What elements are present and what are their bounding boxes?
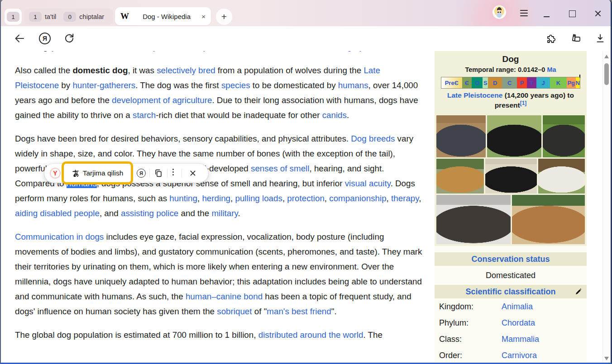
- scrollbar-thumb[interactable]: [604, 63, 609, 85]
- reload-icon[interactable]: [63, 33, 75, 44]
- timescale-period-PreЄ[interactable]: PreЄ: [441, 77, 462, 88]
- wiki-link[interactable]: hunting: [169, 194, 197, 203]
- wiki-link[interactable]: Communication in dogs: [15, 232, 104, 241]
- scroll-down-arrow[interactable]: [604, 357, 609, 360]
- paragraph: Communication in dogs includes eye gaze,…: [15, 229, 422, 319]
- copy-icon[interactable]: [153, 168, 163, 178]
- downloads-icon[interactable]: [594, 33, 606, 44]
- taxobox-title: Dog: [436, 53, 585, 65]
- extensions-puzzle-icon[interactable]: [545, 33, 557, 44]
- window-minimize-button[interactable]: [544, 16, 550, 17]
- wiki-link[interactable]: man's best friend: [267, 307, 331, 316]
- wiki-link[interactable]: aiding disabled people: [15, 208, 100, 218]
- timescale-period-D[interactable]: D: [488, 77, 502, 88]
- wiki-link[interactable]: senses of smell: [251, 164, 309, 173]
- tab-group-tatil[interactable]: 1 ta'til: [29, 12, 56, 22]
- taxon-link[interactable]: Carnivora: [502, 351, 537, 360]
- nursing-dog-photo[interactable]: [512, 195, 585, 244]
- wiki-link[interactable]: visual acuity: [345, 179, 391, 188]
- japanese-chin-photo[interactable]: [543, 115, 585, 157]
- password-manager-icon[interactable]: [570, 33, 582, 44]
- wiki-link[interactable]: distributed around the world: [258, 330, 363, 340]
- taxon-link[interactable]: Animalia: [502, 302, 533, 312]
- timescale-period-N[interactable]: N: [576, 77, 580, 88]
- wiki-link[interactable]: Dog breeds: [351, 134, 395, 143]
- wiki-link[interactable]: selectively bred: [157, 66, 215, 75]
- wiki-link[interactable]: Late Pleistocene: [447, 91, 502, 99]
- tab-group-chip[interactable]: 1: [5, 9, 22, 25]
- wiki-link[interactable]: [1]: [520, 100, 527, 106]
- wiki-link[interactable]: hunter-gatherers: [72, 80, 135, 90]
- text-span: ,: [197, 194, 202, 203]
- yandex-search-icon[interactable]: Я: [137, 169, 146, 178]
- window-close-button[interactable]: [594, 10, 602, 17]
- tab-group-chiptalar[interactable]: 0 chiptalar: [63, 12, 104, 22]
- timescale-period-O[interactable]: O: [472, 77, 483, 88]
- paragraph: The global dog population is estimated a…: [15, 327, 422, 342]
- wiki-link[interactable]: military: [211, 208, 238, 218]
- profile-avatar[interactable]: [492, 5, 506, 19]
- wiki-link[interactable]: therapy: [391, 194, 419, 203]
- text-span: domestic dog: [72, 66, 128, 75]
- wiki-link[interactable]: herding: [202, 194, 230, 203]
- wiki-link[interactable]: Ma: [547, 66, 556, 73]
- popup-translate-button-highlighted[interactable]: Tarjima qilish: [62, 161, 133, 184]
- timescale-period-C[interactable]: C: [502, 77, 517, 88]
- popup-more-icon[interactable]: [172, 169, 174, 175]
- wikipedia-favicon: W: [120, 11, 129, 21]
- conservation-status-header[interactable]: Conservation status: [435, 252, 587, 266]
- browser-toolbar: Я en.wikipedia.org Dog - Wikipedia Tarji…: [1, 26, 611, 51]
- scroll-up-arrow[interactable]: [604, 55, 609, 58]
- tab-close-icon[interactable]: ×: [201, 13, 206, 20]
- wiki-link[interactable]: protection: [287, 194, 324, 203]
- wiki-link[interactable]: species: [221, 80, 250, 90]
- wiki-link[interactable]: sobriquet: [217, 307, 252, 316]
- wiki-link[interactable]: assisting police: [121, 208, 178, 218]
- timescale-period-P[interactable]: P: [517, 77, 526, 88]
- back-icon[interactable]: [14, 33, 25, 44]
- wiki-link[interactable]: canids: [322, 110, 347, 120]
- black-lab-photo[interactable]: [485, 159, 537, 194]
- edit-pencil-icon[interactable]: [575, 288, 582, 295]
- wiki-link[interactable]: human–canine bond: [186, 292, 263, 301]
- timescale-period-T[interactable]: T: [527, 77, 536, 88]
- timescale-period-S[interactable]: S: [483, 77, 488, 88]
- page-scrollbar[interactable]: [602, 51, 611, 364]
- taxon-link[interactable]: Mammalia: [502, 335, 539, 344]
- text-span: Temporal range: 0.0142–0: [465, 66, 547, 73]
- jack-russell-photo[interactable]: [538, 159, 585, 194]
- wiki-link[interactable]: humans: [338, 80, 368, 90]
- wiki-link[interactable]: starch: [133, 110, 156, 120]
- menu-icon[interactable]: [520, 10, 528, 16]
- wiki-link[interactable]: companionship: [329, 194, 386, 203]
- sled-dogs-photo[interactable]: [436, 195, 511, 244]
- timescale-label: PreЄ: [445, 80, 459, 86]
- wiki-link[interactable]: pulling loads: [235, 194, 282, 203]
- text-span: to be domesticated by: [250, 80, 338, 90]
- taxobox-header: Dog Temporal range: 0.0142–0 Ma PreЄЄOSD…: [435, 51, 587, 113]
- scientific-classification-header[interactable]: Scientific classification: [435, 285, 587, 298]
- text-span: The global dog population is estimated a…: [15, 330, 258, 340]
- conservation-status-value: Domesticated: [435, 266, 587, 285]
- active-tab[interactable]: W Dog - Wikipedia ×: [115, 7, 211, 25]
- timescale-period-Є[interactable]: Є: [462, 77, 472, 88]
- window-maximize-button[interactable]: [569, 10, 576, 17]
- text-span: The dog: [15, 51, 48, 52]
- wiki-link[interactable]: development of agriculture: [112, 95, 212, 105]
- geologic-timescale[interactable]: PreЄЄOSDCPTJKPgN: [441, 77, 580, 89]
- golden-retriever-photo[interactable]: [436, 159, 484, 194]
- taxon-link[interactable]: Chordata: [502, 318, 535, 328]
- text-span: by: [59, 80, 72, 90]
- timescale-period-J[interactable]: J: [536, 77, 550, 88]
- dog-image-grid: [435, 113, 587, 246]
- wiki-link[interactable]: gray wolf: [347, 51, 381, 52]
- yandex-home-icon[interactable]: Я: [39, 33, 51, 44]
- popup-close-icon[interactable]: [190, 170, 196, 176]
- new-tab-button[interactable]: +: [216, 9, 232, 25]
- popup-translate-label: Tarjima qilish: [83, 169, 124, 177]
- canaan-dog-photo[interactable]: [487, 115, 541, 157]
- yandex-logo-icon[interactable]: Y: [50, 168, 61, 179]
- timescale-period-K[interactable]: K: [550, 77, 567, 88]
- timescale-period-Pg[interactable]: Pg: [567, 77, 576, 88]
- mudi-dog-photo[interactable]: [436, 115, 486, 157]
